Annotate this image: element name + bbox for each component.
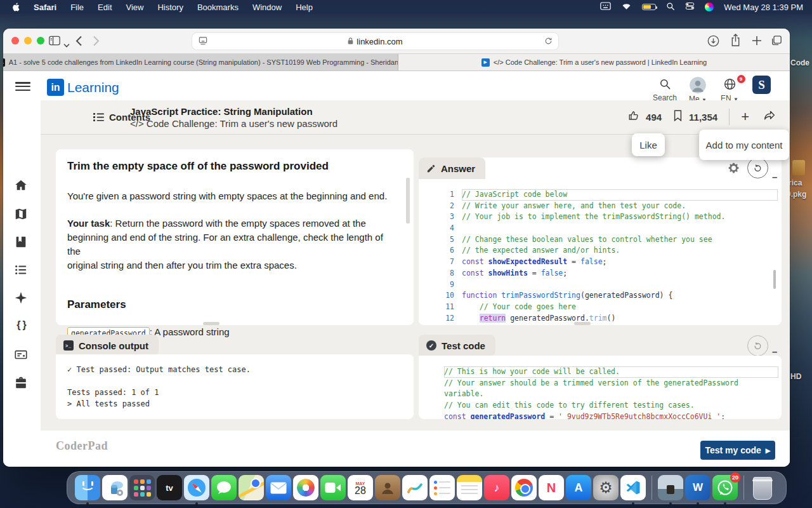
library-icon[interactable] xyxy=(14,235,29,250)
dock-maps-icon[interactable] xyxy=(239,475,264,500)
collapse-answer-icon[interactable]: – xyxy=(772,171,777,182)
dock-badge: 20 xyxy=(730,472,740,483)
dock-pic-icon[interactable] xyxy=(658,475,683,500)
dock-finder-icon[interactable] xyxy=(75,475,100,500)
menu-help[interactable]: Help xyxy=(289,0,320,14)
dock-photos-icon[interactable] xyxy=(293,475,318,500)
dock-contacts-icon[interactable] xyxy=(375,475,400,500)
nav-language[interactable]: 9 EN ▼ xyxy=(715,77,744,103)
dock-freeform-icon[interactable] xyxy=(402,475,428,500)
reset-test-code-button[interactable] xyxy=(747,335,768,356)
sidebar-chevron-icon[interactable] xyxy=(63,39,70,50)
dock-server-icon[interactable] xyxy=(102,475,128,500)
console-line: ✓ Test passed: Output matches test case. xyxy=(67,365,251,374)
settings-gear-icon[interactable] xyxy=(727,161,740,177)
downloads-icon[interactable] xyxy=(707,35,719,50)
like-icon[interactable] xyxy=(628,110,639,124)
dock-vscode-icon[interactable] xyxy=(620,475,646,500)
code-challenges-icon[interactable]: { } xyxy=(14,319,29,335)
new-tab-icon[interactable] xyxy=(751,35,763,49)
dock-news-icon[interactable]: N xyxy=(539,475,564,500)
tab-linkedin-title: </> Code Challenge: Trim a user's new pa… xyxy=(494,58,707,66)
dock-trash-icon[interactable] xyxy=(750,475,775,500)
menu-clock[interactable]: Wed May 28 1:39 PM xyxy=(724,3,803,12)
desktop-pkg-icon[interactable] xyxy=(792,160,805,175)
desktop-icon-label-hd[interactable]: HD xyxy=(790,372,801,381)
dock-facetime-icon[interactable] xyxy=(320,475,346,500)
dock-music-icon[interactable]: ♪ xyxy=(484,475,509,500)
tab-d2l[interactable]: D2L A1 - solve 5 code challenges from Li… xyxy=(3,54,398,70)
dock-divider xyxy=(743,476,744,500)
answer-code-editor[interactable]: // JavaScript code below// Write your an… xyxy=(462,189,778,324)
keyboard-icon[interactable] xyxy=(600,2,611,12)
dock-calendar-icon[interactable]: MAY28 xyxy=(348,475,373,500)
dock-messages-icon[interactable] xyxy=(211,475,237,500)
instructions-scrollbar[interactable] xyxy=(406,178,410,224)
close-button[interactable] xyxy=(11,37,19,44)
add-to-content-icon[interactable]: + xyxy=(741,110,749,123)
test-code-area[interactable]: // This is how your code will be called.… xyxy=(419,356,782,419)
menu-file[interactable]: File xyxy=(63,0,91,14)
answer-tab[interactable]: Answer xyxy=(419,157,485,179)
apple-menu-icon[interactable] xyxy=(0,2,27,12)
nav-search[interactable]: Search xyxy=(650,78,679,102)
desktop-icon-label-pkg1[interactable]: rica xyxy=(789,178,802,187)
share-icon[interactable] xyxy=(730,34,741,50)
coderpad-footer: CoderPad Test my code▶ xyxy=(41,431,790,467)
menu-view[interactable]: View xyxy=(119,0,151,14)
list-icon[interactable] xyxy=(14,263,29,278)
spotlight-icon[interactable] xyxy=(666,2,675,13)
coderpad-logo[interactable]: CoderPad xyxy=(56,439,108,453)
sparkle-icon[interactable] xyxy=(14,291,29,306)
console-tab[interactable]: >_ Console output xyxy=(56,335,159,356)
dock-mail-icon[interactable] xyxy=(266,475,291,500)
menu-history[interactable]: History xyxy=(150,0,190,14)
code-scrollbar[interactable] xyxy=(773,270,776,289)
wifi-icon[interactable] xyxy=(621,2,632,12)
dock-appstore-icon[interactable]: A xyxy=(566,475,591,500)
page-settings-icon[interactable] xyxy=(199,37,207,47)
back-button[interactable] xyxy=(75,36,82,49)
hamburger-menu-icon[interactable] xyxy=(15,82,30,91)
dock-whatsapp-icon[interactable]: 20 xyxy=(712,475,738,500)
certificate-icon[interactable] xyxy=(14,348,29,363)
battery-icon[interactable] xyxy=(642,4,656,10)
home-icon[interactable] xyxy=(14,178,29,194)
tab-overview-icon[interactable] xyxy=(771,35,782,49)
reload-icon[interactable] xyxy=(544,37,553,47)
menu-safari[interactable]: Safari xyxy=(27,0,63,14)
menu-bookmarks[interactable]: Bookmarks xyxy=(190,0,246,14)
bookmark-icon[interactable] xyxy=(673,110,683,124)
dock-notes-icon[interactable] xyxy=(457,475,482,500)
briefcase-icon[interactable] xyxy=(14,376,29,391)
dock-reminders-icon[interactable] xyxy=(429,475,455,500)
minimize-button[interactable] xyxy=(24,37,32,44)
desktop-icon-label-code[interactable]: Code xyxy=(790,58,809,67)
menu-window[interactable]: Window xyxy=(246,0,289,14)
instructions-panel: Trim the empty space off of the password… xyxy=(56,149,414,325)
forward-button[interactable] xyxy=(93,36,100,49)
org-logo[interactable]: S xyxy=(752,76,771,94)
address-bar[interactable]: linkedin.com xyxy=(192,33,558,50)
resize-handle-right[interactable] xyxy=(574,322,591,325)
dock-launchpad-icon[interactable] xyxy=(129,475,155,500)
test-code-tab[interactable]: ✓ Test code xyxy=(419,335,495,356)
dock-tv-icon[interactable]: tv xyxy=(157,475,182,500)
sidebar-toggle-icon[interactable] xyxy=(49,36,60,48)
nav-me[interactable]: Me ▼ xyxy=(683,77,712,104)
dock-safari-icon[interactable] xyxy=(184,475,209,500)
dock-chrome-icon[interactable] xyxy=(511,475,537,500)
test-my-code-button[interactable]: Test my code▶ xyxy=(700,441,775,460)
zoom-button[interactable] xyxy=(37,37,44,44)
map-icon[interactable] xyxy=(14,207,29,222)
siri-icon[interactable] xyxy=(705,3,714,11)
control-center-icon[interactable] xyxy=(685,2,695,12)
resize-handle[interactable] xyxy=(203,322,219,325)
menu-edit[interactable]: Edit xyxy=(91,0,119,14)
share-course-icon[interactable] xyxy=(763,110,776,124)
dock-word-icon[interactable]: W xyxy=(685,475,710,500)
linkedin-learning-logo[interactable]: in Learning xyxy=(47,79,119,96)
dock-settings-icon[interactable]: ⚙ xyxy=(593,475,619,500)
reset-code-button[interactable] xyxy=(747,157,768,178)
tab-linkedin-learning[interactable]: ▶ </> Code Challenge: Trim a user's new … xyxy=(398,54,790,70)
